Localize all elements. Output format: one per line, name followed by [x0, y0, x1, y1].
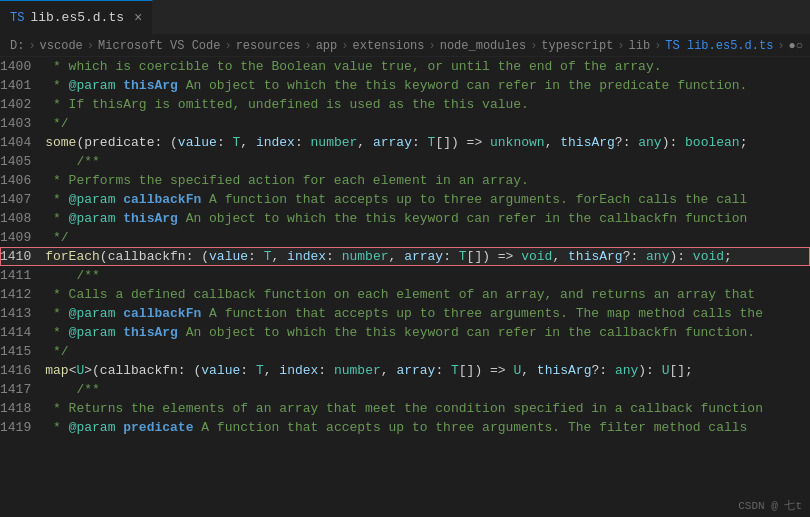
close-icon[interactable]: ×	[134, 10, 142, 26]
code-line: 1406 * Performs the specified action for…	[0, 171, 810, 190]
watermark: CSDN @ 七t	[738, 498, 802, 513]
code-area: 1400 * which is coercible to the Boolean…	[0, 57, 810, 517]
code-line: 1408 * @param thisArg An object to which…	[0, 209, 810, 228]
active-code-line: 1410 forEach(callbackfn: (value: T, inde…	[0, 247, 810, 266]
code-line: 1403 */	[0, 114, 810, 133]
breadcrumb: D: › vscode › Microsoft VS Code › resour…	[0, 35, 810, 57]
code-line: 1413 * @param callbackFn A function that…	[0, 304, 810, 323]
code-line: 1414 * @param thisArg An object to which…	[0, 323, 810, 342]
code-line: 1415 */	[0, 342, 810, 361]
tab-bar: TS lib.es5.d.ts ×	[0, 0, 810, 35]
tab-label: lib.es5.d.ts	[30, 10, 124, 25]
code-line: 1401 * @param thisArg An object to which…	[0, 76, 810, 95]
code-line: 1407 * @param callbackFn A function that…	[0, 190, 810, 209]
code-line: 1416 map<U>(callbackfn: (value: T, index…	[0, 361, 810, 380]
code-line: 1419 * @param predicate A function that …	[0, 418, 810, 437]
code-content: 1400 * which is coercible to the Boolean…	[0, 57, 810, 517]
code-line: 1411 /**	[0, 266, 810, 285]
tab-lib-es5[interactable]: TS lib.es5.d.ts ×	[0, 0, 153, 35]
code-line: 1412 * Calls a defined callback function…	[0, 285, 810, 304]
code-line: 1417 /**	[0, 380, 810, 399]
code-line: 1409 */	[0, 228, 810, 247]
code-line: 1418 * Returns the elements of an array …	[0, 399, 810, 418]
ts-file-icon: TS	[10, 11, 24, 25]
code-line: 1400 * which is coercible to the Boolean…	[0, 57, 810, 76]
code-line: 1402 * If thisArg is omitted, undefined …	[0, 95, 810, 114]
code-line: 1404 some(predicate: (value: T, index: n…	[0, 133, 810, 152]
code-line: 1405 /**	[0, 152, 810, 171]
